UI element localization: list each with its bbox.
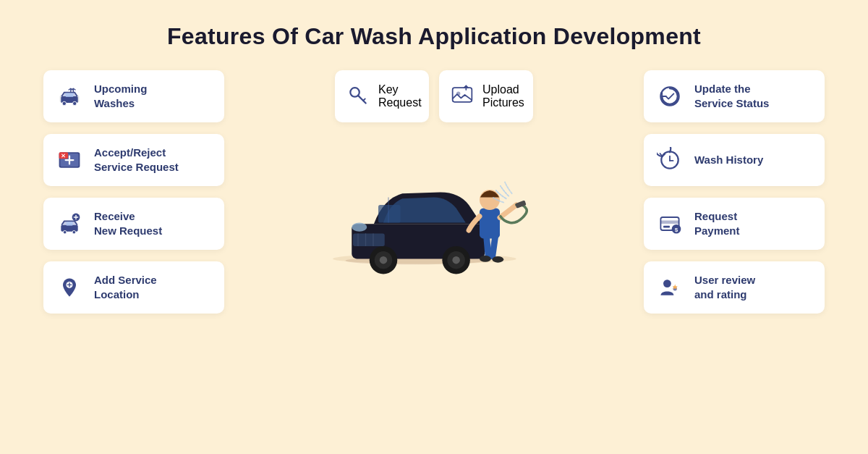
card-request-payment: $ RequestPayment <box>644 198 825 250</box>
main-layout: UpcomingWashes ✕ Accept/RejectService Re… <box>0 70 868 314</box>
request-payment-label: RequestPayment <box>694 209 740 239</box>
svg-rect-11 <box>61 225 77 232</box>
update-status-icon <box>655 82 684 111</box>
right-column: Update theService Status Wash History <box>644 70 825 314</box>
svg-rect-29 <box>378 205 401 223</box>
card-key-request: Key Request <box>335 70 429 122</box>
center-top-row: Key Request Upload Pictures <box>333 70 535 122</box>
svg-point-44 <box>480 256 491 262</box>
card-user-review-rating: User reviewand rating <box>644 261 825 314</box>
svg-text:✕: ✕ <box>61 153 66 159</box>
accept-reject-label: Accept/RejectService Request <box>94 146 179 175</box>
upload-pictures-icon <box>451 83 474 109</box>
svg-point-58 <box>663 279 671 287</box>
card-wash-history: Wash History <box>644 134 825 186</box>
receive-new-request-label: ReceiveNew Request <box>94 209 162 239</box>
svg-point-35 <box>352 223 367 232</box>
svg-point-2 <box>62 101 66 105</box>
svg-rect-24 <box>453 88 472 102</box>
svg-point-41 <box>452 256 460 264</box>
wash-history-icon <box>655 146 684 175</box>
page-title: Features Of Car Wash Application Develop… <box>167 23 701 50</box>
card-upload-pictures: Upload Pictures <box>439 70 533 122</box>
svg-rect-54 <box>660 221 678 224</box>
wash-history-label: Wash History <box>694 153 763 167</box>
card-receive-new-request: ReceiveNew Request <box>43 198 224 250</box>
svg-point-3 <box>73 101 77 105</box>
svg-text:$: $ <box>675 227 678 233</box>
car-wash-icon <box>55 82 84 111</box>
accept-reject-icon: ✕ <box>55 146 84 175</box>
add-service-location-label: Add ServiceLocation <box>94 273 157 303</box>
car-wash-illustration <box>333 133 535 277</box>
location-icon <box>55 273 84 302</box>
upload-pictures-label: Upload Pictures <box>482 83 524 109</box>
card-add-service-location: Add ServiceLocation <box>43 261 224 314</box>
center-column: Key Request Upload Pictures <box>333 70 535 277</box>
card-upcoming-washes: UpcomingWashes <box>43 70 224 122</box>
svg-line-23 <box>363 98 365 101</box>
svg-rect-4 <box>66 93 74 97</box>
upcoming-washes-label: UpcomingWashes <box>94 82 147 112</box>
receive-request-icon <box>55 209 84 238</box>
payment-icon: $ <box>655 209 684 238</box>
svg-rect-14 <box>67 222 73 225</box>
svg-point-38 <box>380 256 388 264</box>
svg-point-45 <box>493 256 504 263</box>
key-icon <box>346 83 370 109</box>
card-update-service-status: Update theService Status <box>644 70 825 122</box>
left-column: UpcomingWashes ✕ Accept/RejectService Re… <box>43 70 224 314</box>
svg-rect-46 <box>480 208 500 238</box>
svg-rect-55 <box>663 226 670 228</box>
svg-point-13 <box>72 230 76 234</box>
card-accept-reject: ✕ Accept/RejectService Request <box>43 134 224 186</box>
user-review-rating-label: User reviewand rating <box>694 273 755 303</box>
review-icon <box>655 273 684 302</box>
update-service-status-label: Update theService Status <box>694 82 769 112</box>
svg-point-12 <box>63 230 67 234</box>
key-request-label: Key Request <box>378 83 422 109</box>
